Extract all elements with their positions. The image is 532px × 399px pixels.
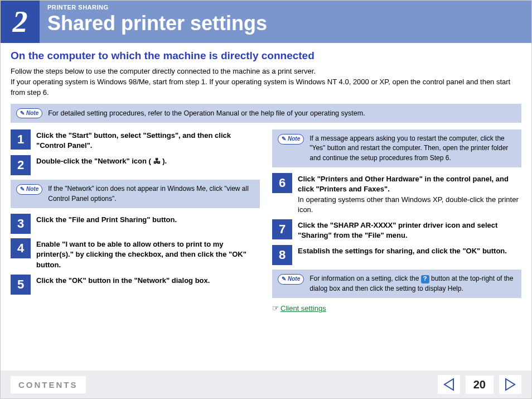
step-2: 2 Double-click the "Network" icon ( 🖧 ). xyxy=(11,155,260,175)
columns: 1 Click the "Start" button, select "Sett… xyxy=(11,129,521,313)
step-3: 3 Click the "File and Print Sharing" but… xyxy=(11,214,260,234)
step-number: 4 xyxy=(11,238,31,258)
subheading: On the computer to which the machine is … xyxy=(11,50,521,62)
top-note-box: Note For detailed setting procedures, re… xyxy=(11,104,521,123)
left-column: 1 Click the "Start" button, select "Sett… xyxy=(11,129,260,313)
step-number: 8 xyxy=(272,245,292,265)
intro-paragraph: Follow the steps below to use the comput… xyxy=(11,66,521,98)
right-note-bottom-text: For information on a setting, click the … xyxy=(309,274,516,294)
footer-bar: CONTENTS 20 xyxy=(1,371,531,398)
step-text: Click the "OK" button in the "Network" d… xyxy=(36,275,210,286)
top-note-text: For detailed setting procedures, refer t… xyxy=(48,108,365,118)
step-sub: In operating systems other than Windows … xyxy=(298,195,521,215)
right-note-top-text: If a message appears asking you to resta… xyxy=(309,134,516,163)
note-badge-icon: Note xyxy=(278,134,304,145)
note-text-before: For information on a setting, click the xyxy=(309,275,420,282)
right-note-top: Note If a message appears asking you to … xyxy=(272,129,521,167)
step-text: Establish the settings for sharing, and … xyxy=(298,245,507,256)
left-note-text: If the "Network" icon does not appear in… xyxy=(48,184,254,204)
step-text: Enable "I want to be able to allow other… xyxy=(36,238,260,270)
note-badge-icon: Note xyxy=(278,274,304,285)
arrow-right-icon xyxy=(504,378,517,391)
step-number: 6 xyxy=(272,173,292,193)
page-title: Shared printer settings xyxy=(47,12,267,35)
step-number: 2 xyxy=(11,155,31,175)
content-area: On the computer to which the machine is … xyxy=(1,43,531,313)
note-badge-icon: Note xyxy=(16,108,42,119)
step-text: Double-click the "Network" icon ( 🖧 ). xyxy=(36,155,167,166)
right-note-bottom: Note For information on a setting, click… xyxy=(272,270,521,298)
step-number: 3 xyxy=(11,214,31,234)
step-5: 5 Click the "OK" button in the "Network"… xyxy=(11,275,260,295)
step-number: 5 xyxy=(11,275,31,295)
step-text: Click the "File and Print Sharing" butto… xyxy=(36,214,177,225)
chapter-number: 2 xyxy=(1,1,40,43)
prev-page-button[interactable] xyxy=(438,375,460,394)
right-column: Note If a message appears asking you to … xyxy=(272,129,521,313)
contents-button[interactable]: CONTENTS xyxy=(11,376,86,393)
step-number: 1 xyxy=(11,129,31,150)
header-text: PRINTER SHARING Shared printer settings xyxy=(40,1,275,43)
step-8: 8 Establish the settings for sharing, an… xyxy=(272,245,521,265)
step-6: 6 Click "Printers and Other Hardware" in… xyxy=(272,173,521,215)
step-text: Click the "Start" button, select "Settin… xyxy=(36,129,260,151)
page-number: 20 xyxy=(466,376,494,394)
header-band: 2 PRINTER SHARING Shared printer setting… xyxy=(1,1,531,43)
header-eyebrow: PRINTER SHARING xyxy=(47,4,267,11)
step-7: 7 Click the "SHARP AR-XXXX" printer driv… xyxy=(272,219,521,241)
help-icon: ? xyxy=(421,275,429,283)
arrow-left-icon xyxy=(442,378,456,391)
page-container: 2 PRINTER SHARING Shared printer setting… xyxy=(0,0,532,399)
pager: 20 xyxy=(438,375,521,394)
step-number: 7 xyxy=(272,219,292,239)
next-page-button[interactable] xyxy=(499,375,521,394)
step-4: 4 Enable "I want to be able to allow oth… xyxy=(11,238,260,270)
left-note-box: Note If the "Network" icon does not appe… xyxy=(11,180,260,208)
step-text: Click the "SHARP AR-XXXX" printer driver… xyxy=(298,219,521,241)
svg-marker-0 xyxy=(444,379,453,390)
step-1: 1 Click the "Start" button, select "Sett… xyxy=(11,129,260,151)
client-settings-link[interactable]: Client settings xyxy=(280,304,326,313)
svg-marker-1 xyxy=(506,379,515,390)
pointer-icon: ☞ xyxy=(272,304,279,313)
step-main: Click "Printers and Other Hardware" in t… xyxy=(298,175,509,193)
note-badge-icon: Note xyxy=(16,184,42,195)
step-text: Click "Printers and Other Hardware" in t… xyxy=(298,173,521,215)
client-settings-link-row: ☞Client settings xyxy=(272,304,521,313)
